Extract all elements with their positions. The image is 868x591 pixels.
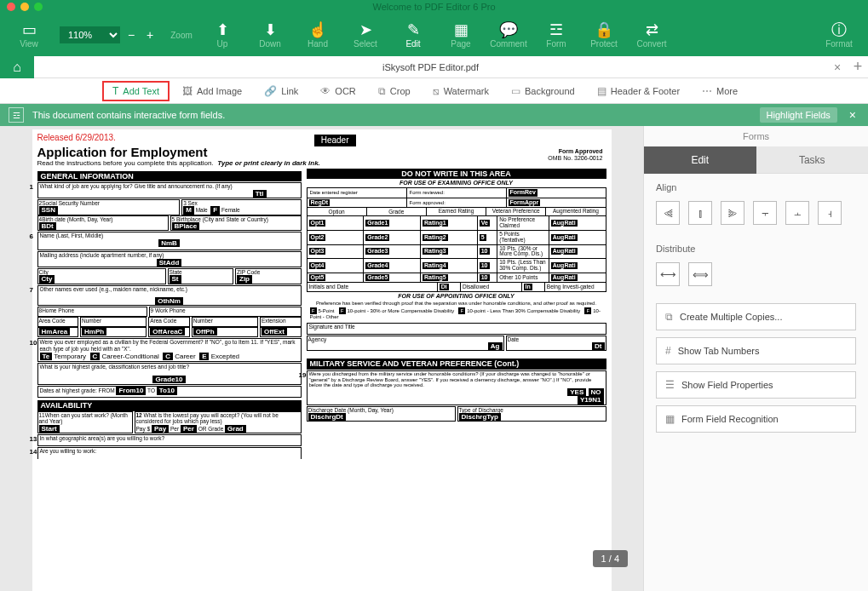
numbers-icon: # [665, 345, 671, 357]
field-ssn[interactable]: SSN [39, 206, 58, 214]
select-button[interactable]: ➤Select [342, 14, 389, 56]
more-icon: ⋯ [702, 85, 712, 97]
align-left-icon[interactable]: ⫷ [656, 201, 680, 225]
up-button[interactable]: ⬆Up [198, 14, 246, 56]
edit-button[interactable]: ✎Edit [389, 14, 437, 56]
watermark-button[interactable]: ⧅Watermark [423, 81, 498, 101]
form-button[interactable]: ☲Form [532, 14, 580, 56]
section-military: MILITARY SERVICE AND VETERAN PREFERENCE … [307, 359, 606, 369]
crop-icon: ⧉ [378, 85, 386, 97]
image-icon: 🖼 [182, 85, 193, 97]
field-date[interactable]: Dt [592, 342, 604, 350]
close-tab-icon[interactable]: × [827, 60, 848, 74]
field-off-area[interactable]: OffAreaC [150, 328, 185, 336]
background-icon: ▭ [511, 85, 520, 97]
field-city[interactable]: Cty [39, 275, 55, 283]
field-other-names[interactable]: OthNm [155, 297, 183, 305]
field-address[interactable]: StAdd [157, 259, 182, 267]
recognition-icon: ▦ [665, 413, 675, 425]
field-title[interactable]: Ttl [253, 190, 267, 198]
window-controls[interactable] [7, 3, 43, 11]
close-window[interactable] [7, 3, 15, 11]
add-image-button[interactable]: 🖼Add Image [173, 81, 251, 101]
field-discharge-type[interactable]: DischrgTyp [459, 413, 501, 421]
field-grade10[interactable]: Grade10 [152, 376, 185, 383]
comment-button[interactable]: 💬Comment [485, 14, 532, 56]
show-field-properties-button[interactable]: ☰Show Field Properties [656, 371, 856, 399]
down-button[interactable]: ⬇Down [246, 14, 294, 56]
page-indicator: 1 / 4 [593, 550, 628, 567]
highlight-fields-button[interactable]: Highlight Fields [760, 107, 837, 123]
field-birthplace[interactable]: BPlace [172, 222, 200, 230]
maximize-window[interactable] [34, 3, 43, 11]
field-per[interactable]: Per [181, 425, 197, 433]
field-agency[interactable]: Ag [488, 342, 503, 350]
pdf-page: Released 6/29/2013. Header Application f… [32, 129, 612, 591]
field-pay[interactable]: Pay [152, 425, 169, 433]
form-instruction: Read the instructions before you complet… [37, 159, 606, 167]
align-center-v-icon[interactable]: ⫠ [785, 201, 809, 225]
protect-button[interactable]: 🔒Protect [580, 14, 628, 56]
view-button[interactable]: ▭View [5, 14, 53, 56]
field-birthdate[interactable]: BDt [39, 222, 56, 230]
field-off-ext[interactable]: OffExt [262, 328, 287, 336]
field-regdt[interactable]: RegDt [309, 199, 331, 206]
field-home-area[interactable]: HmArea [39, 328, 71, 336]
zoom-out[interactable]: − [124, 28, 139, 42]
form-banner-icon: ☲ [9, 107, 24, 123]
convert-button[interactable]: ⇄Convert [628, 14, 675, 56]
format-button[interactable]: ⓘFormat [815, 14, 863, 56]
align-right-icon[interactable]: ⫸ [721, 201, 744, 225]
field-off-phone[interactable]: OffPh [193, 328, 217, 336]
forms-side-panel: Forms Edit Tasks Align ⫷ ⫿ ⫸ ⫟ ⫠ ⫞ Distr… [643, 126, 868, 591]
field-name[interactable]: NmB [158, 239, 180, 247]
window-title: Welcome to PDF Editor 6 Pro [372, 2, 495, 12]
main-toolbar: ▭View 110% − + Zoom ⬆Up ⬇Down ☝Hand ➤Sel… [0, 14, 868, 56]
form-fields-banner: ☲ This document contains interactive for… [0, 104, 868, 126]
new-tab-icon[interactable]: + [848, 58, 868, 76]
field-from10[interactable]: From10 [116, 387, 146, 394]
header-footer-button[interactable]: ▤Header & Footer [588, 81, 689, 101]
zoom-in[interactable]: + [142, 28, 158, 42]
do-not-write: DO NOT WRITE IN THIS AREA [307, 169, 606, 179]
home-icon[interactable]: ⌂ [0, 56, 34, 78]
document-tab[interactable]: iSkysoft PDF Editor.pdf [34, 62, 827, 72]
field-zip[interactable]: Zip [237, 275, 252, 283]
align-center-h-icon[interactable]: ⫿ [688, 201, 712, 225]
align-top-icon[interactable]: ⫟ [753, 201, 777, 225]
form-title: Application for Employment [37, 145, 606, 159]
distribute-h-icon[interactable]: ⟷ [656, 262, 680, 286]
field-y19[interactable]: Y19N1 [578, 396, 603, 404]
more-button[interactable]: ⋯More [693, 81, 747, 101]
create-multiple-copies-button[interactable]: ⧉Create Multiple Copies... [656, 303, 856, 330]
form-field-recognition-button[interactable]: ▦Form Field Recognition [656, 405, 856, 433]
field-discharge-date[interactable]: DischrgDt [308, 413, 346, 421]
field-grade[interactable]: Grad [225, 425, 246, 433]
zoom-select[interactable]: 110% [60, 26, 120, 43]
ocr-button[interactable]: 👁OCR [311, 81, 365, 101]
distribute-v-icon[interactable]: ⟺ [688, 262, 712, 286]
hand-button[interactable]: ☝Hand [294, 14, 342, 56]
side-tab-tasks[interactable]: Tasks [756, 146, 869, 174]
minimize-window[interactable] [20, 3, 29, 11]
close-banner-icon[interactable]: × [846, 108, 859, 122]
show-tab-numbers-button[interactable]: #Show Tab Numbers [656, 337, 856, 364]
watermark-icon: ⧅ [433, 85, 440, 97]
add-text-button[interactable]: TAdd Text [102, 81, 170, 101]
field-formrev[interactable]: FormRev [509, 189, 537, 196]
field-start[interactable]: Start [39, 425, 60, 433]
background-button[interactable]: ▭Background [502, 81, 584, 101]
side-tab-edit[interactable]: Edit [644, 146, 756, 174]
field-home-phone[interactable]: HmPh [82, 328, 106, 336]
field-to10[interactable]: To10 [157, 387, 177, 394]
link-button[interactable]: 🔗Link [255, 81, 308, 101]
header-field[interactable]: Header [314, 135, 356, 146]
crop-button[interactable]: ⧉Crop [369, 81, 420, 101]
page-button[interactable]: ▦Page [437, 14, 485, 56]
document-viewport[interactable]: Released 6/29/2013. Header Application f… [0, 126, 643, 591]
field-formappr[interactable]: FormAppr [509, 199, 541, 206]
field-state[interactable]: St [170, 275, 181, 283]
align-bottom-icon[interactable]: ⫞ [818, 201, 842, 225]
link-icon: 🔗 [264, 85, 277, 97]
section-general-info: GENERAL INFORMATION [37, 171, 302, 181]
